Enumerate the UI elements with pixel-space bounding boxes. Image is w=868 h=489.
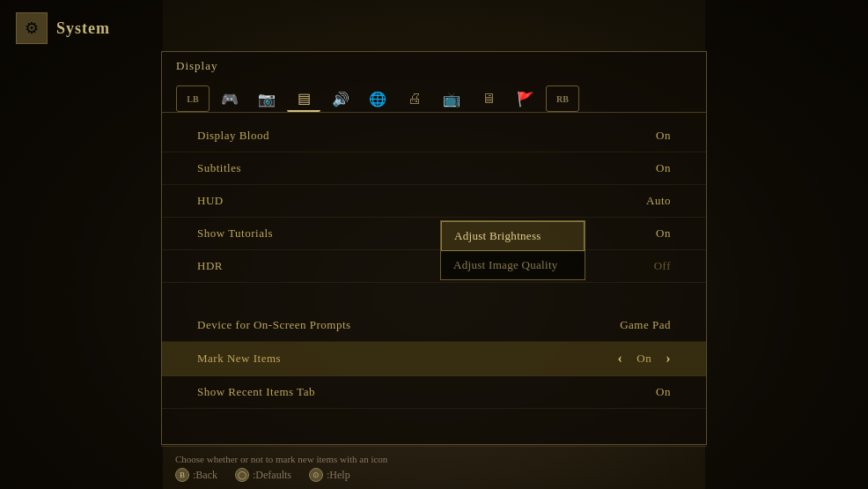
defaults-btn-label: :Defaults bbox=[253, 469, 291, 482]
setting-value: Auto bbox=[646, 194, 671, 208]
tab-rb[interactable]: RB bbox=[546, 85, 579, 112]
setting-row[interactable]: Subtitles On bbox=[162, 152, 706, 185]
defaults-btn-icon: ◯ bbox=[235, 468, 249, 482]
hdr-value: Off bbox=[654, 259, 671, 273]
setting-row[interactable]: Display Blood On bbox=[162, 120, 706, 152]
tab-globe[interactable]: 🌐 bbox=[361, 85, 394, 112]
arrow-right[interactable]: › bbox=[666, 351, 671, 367]
tab-audio[interactable]: 🔊 bbox=[324, 85, 357, 112]
prompts-value: Game Pad bbox=[620, 318, 671, 332]
tab-header: Display LB 🎮 📷 ▤ 🔊 🌐 🖨 📺 🖥 🚩 RB bbox=[162, 52, 706, 113]
footer-defaults-btn[interactable]: ◯ :Defaults bbox=[235, 468, 291, 482]
title-bar: ⚙ System bbox=[16, 12, 110, 44]
right-shadow bbox=[705, 0, 868, 489]
setting-label: Show Tutorials bbox=[197, 226, 273, 241]
setting-value: On bbox=[656, 161, 671, 175]
left-shadow bbox=[0, 0, 163, 489]
setting-label: Display Blood bbox=[197, 129, 269, 143]
setting-row[interactable]: Show Tutorials On bbox=[162, 218, 706, 250]
tab-gamepad[interactable]: 🎮 bbox=[213, 85, 246, 112]
tab-tv-wide[interactable]: 📺 bbox=[435, 85, 468, 112]
tab-flag[interactable]: 🚩 bbox=[509, 85, 542, 112]
system-icon: ⚙ bbox=[16, 12, 48, 44]
dropdown-item-quality[interactable]: Adjust Image Quality bbox=[441, 251, 585, 279]
dropdown-item-brightness[interactable]: Adjust Brightness bbox=[441, 221, 585, 251]
arrow-left[interactable]: ‹ bbox=[617, 351, 622, 367]
footer-help-text: Choose whether or not to mark new items … bbox=[175, 454, 693, 464]
help-btn-icon: ⊙ bbox=[309, 468, 323, 482]
footer-back-btn[interactable]: B :Back bbox=[175, 468, 217, 482]
help-btn-label: :Help bbox=[327, 469, 350, 482]
setting-label: Subtitles bbox=[197, 161, 241, 175]
footer-help-btn[interactable]: ⊙ :Help bbox=[309, 468, 350, 482]
mark-items-value: On bbox=[636, 352, 651, 366]
recent-items-label: Show Recent Items Tab bbox=[197, 385, 315, 399]
tab-display[interactable]: ▤ bbox=[287, 85, 320, 112]
setting-mark-items-row[interactable]: Mark New Items ‹ On › bbox=[162, 342, 706, 376]
hdr-label: HDR bbox=[197, 259, 223, 273]
back-btn-icon: B bbox=[175, 468, 189, 482]
setting-row[interactable]: HUD Auto bbox=[162, 185, 706, 218]
icon-tabs: LB 🎮 📷 ▤ 🔊 🌐 🖨 📺 🖥 🚩 RB bbox=[176, 78, 692, 112]
tab-lb[interactable]: LB bbox=[176, 85, 210, 112]
tab-monitor[interactable]: 🖥 bbox=[472, 85, 505, 112]
mark-items-label: Mark New Items bbox=[197, 352, 281, 366]
setting-recent-items-row[interactable]: Show Recent Items Tab On bbox=[162, 376, 706, 409]
prompts-label: Device for On-Screen Prompts bbox=[197, 318, 351, 332]
setting-label: HUD bbox=[197, 194, 224, 208]
back-btn-label: :Back bbox=[193, 469, 217, 482]
setting-hdr-row[interactable]: HDR Off bbox=[162, 250, 706, 283]
tab-camera[interactable]: 📷 bbox=[250, 85, 283, 112]
active-tab-label: Display bbox=[176, 59, 692, 78]
footer-controls: B :Back ◯ :Defaults ⊙ :Help bbox=[175, 468, 693, 482]
setting-value: On bbox=[656, 129, 671, 143]
main-panel: Display LB 🎮 📷 ▤ 🔊 🌐 🖨 📺 🖥 🚩 RB Display … bbox=[161, 51, 707, 445]
setting-value: On bbox=[656, 226, 671, 241]
footer: Choose whether or not to mark new items … bbox=[161, 446, 707, 489]
tab-print[interactable]: 🖨 bbox=[398, 85, 431, 112]
window-title: System bbox=[56, 19, 110, 38]
nav-arrows: ‹ On › bbox=[617, 351, 671, 367]
recent-items-value: On bbox=[656, 385, 671, 399]
settings-list: Display Blood On Subtitles On HUD Auto S… bbox=[162, 113, 706, 416]
setting-prompts-row[interactable]: Device for On-Screen Prompts Game Pad bbox=[162, 309, 706, 342]
dropdown-popup: Adjust Brightness Adjust Image Quality bbox=[440, 220, 585, 280]
